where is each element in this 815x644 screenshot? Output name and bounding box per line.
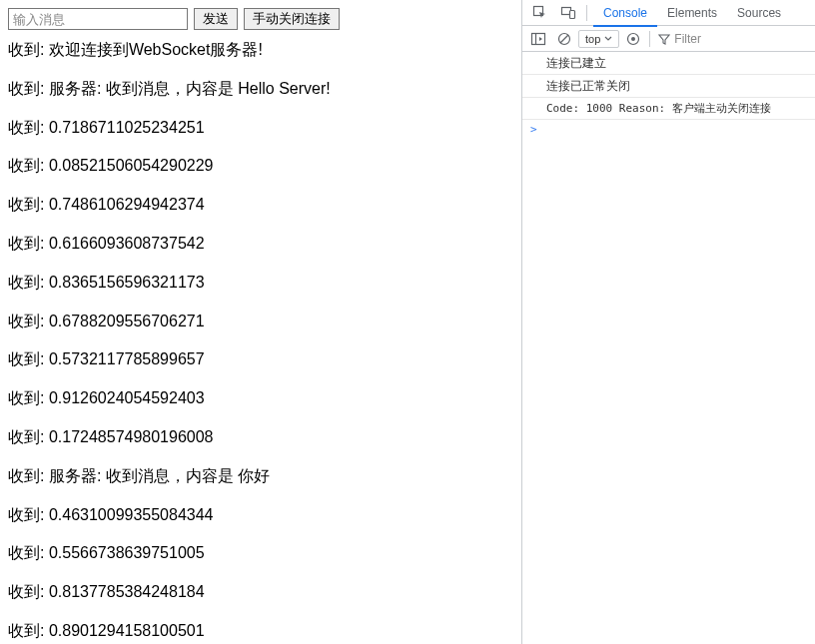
svg-line-6 (560, 35, 568, 43)
log-line: 收到: 0.46310099355084344 (8, 505, 513, 526)
console-line: 连接已建立 (522, 52, 815, 75)
context-selector[interactable]: top (578, 30, 619, 48)
log-line: 收到: 0.08521506054290229 (8, 156, 513, 177)
filter-icon (658, 33, 670, 45)
close-connection-button[interactable]: 手动关闭连接 (244, 8, 340, 30)
device-toggle-icon[interactable] (556, 1, 580, 25)
sidebar-toggle-icon[interactable] (526, 27, 550, 51)
log-line: 收到: 服务器: 收到消息，内容是 你好 (8, 466, 513, 487)
svg-point-8 (631, 37, 635, 41)
console-prompt[interactable]: > (522, 120, 815, 139)
log-line: 收到: 0.7486106294942374 (8, 195, 513, 216)
log-line: 收到: 0.17248574980196008 (8, 427, 513, 448)
log-line: 收到: 0.8901294158100501 (8, 621, 513, 642)
chevron-down-icon (604, 35, 612, 43)
log-line: 收到: 0.6166093608737542 (8, 234, 513, 255)
message-log: 收到: 欢迎连接到WebSocket服务器!收到: 服务器: 收到消息，内容是 … (8, 40, 513, 642)
log-line: 收到: 0.6788209556706271 (8, 312, 513, 332)
live-expression-icon[interactable] (621, 27, 645, 51)
inspect-icon[interactable] (528, 1, 552, 25)
svg-rect-3 (532, 33, 545, 44)
log-line: 收到: 欢迎连接到WebSocket服务器! (8, 40, 513, 61)
clear-console-icon[interactable] (552, 27, 576, 51)
log-line: 收到: 0.8137785384248184 (8, 582, 513, 603)
page-content: 发送 手动关闭连接 收到: 欢迎连接到WebSocket服务器!收到: 服务器:… (0, 0, 521, 644)
devtools-tabs: Console Elements Sources (593, 0, 791, 26)
context-label: top (585, 33, 600, 45)
console-line: Code: 1000 Reason: 客户端主动关闭连接 (522, 98, 815, 120)
log-line: 收到: 0.7186711025234251 (8, 118, 513, 139)
devtools-panel: Console Elements Sources top Filter 连接已建… (521, 0, 815, 644)
svg-rect-2 (570, 10, 575, 18)
send-button[interactable]: 发送 (194, 8, 238, 30)
tab-elements[interactable]: Elements (657, 0, 727, 26)
log-line: 收到: 0.8365156596321173 (8, 273, 513, 294)
log-line: 收到: 0.5732117785899657 (8, 349, 513, 370)
console-output: 连接已建立 连接已正常关闭 Code: 1000 Reason: 客户端主动关闭… (522, 52, 815, 644)
log-line: 收到: 0.9126024054592403 (8, 388, 513, 409)
devtools-toolbar: Console Elements Sources (522, 0, 815, 26)
filter-input[interactable]: Filter (654, 32, 811, 46)
tab-sources[interactable]: Sources (727, 0, 791, 26)
separator (649, 31, 650, 47)
log-line: 收到: 0.5566738639751005 (8, 543, 513, 564)
tab-console[interactable]: Console (593, 0, 657, 26)
top-controls: 发送 手动关闭连接 (8, 8, 513, 30)
message-input[interactable] (8, 8, 188, 30)
separator (586, 5, 587, 21)
filter-placeholder: Filter (674, 32, 701, 46)
console-line: 连接已正常关闭 (522, 75, 815, 98)
log-line: 收到: 服务器: 收到消息，内容是 Hello Server! (8, 79, 513, 100)
console-toolbar: top Filter (522, 26, 815, 52)
